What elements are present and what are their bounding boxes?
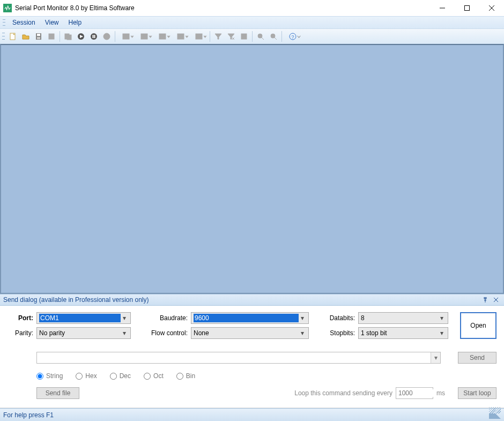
loop-label: Loop this command sending every xyxy=(294,389,392,397)
new-session-icon[interactable] xyxy=(6,30,19,43)
parity-combo[interactable]: No parity▾ xyxy=(36,327,131,339)
play-icon[interactable] xyxy=(75,30,87,43)
svg-rect-1 xyxy=(465,6,470,11)
loop-interval-spinner[interactable]: ▲▼ xyxy=(396,387,433,399)
flowcontrol-label: Flow control: xyxy=(134,329,188,337)
radio-dec[interactable]: Dec xyxy=(110,372,131,380)
status-text: For help press F1 xyxy=(3,411,54,419)
svg-rect-6 xyxy=(37,37,40,39)
export-icon[interactable] xyxy=(238,30,250,43)
menu-help[interactable]: Help xyxy=(64,17,87,28)
send-file-button[interactable]: Send file xyxy=(36,387,79,399)
svg-line-45 xyxy=(275,38,277,40)
radio-oct[interactable]: Oct xyxy=(144,372,164,380)
pin-icon[interactable] xyxy=(480,295,490,305)
baudrate-label: Baudrate: xyxy=(134,314,188,322)
close-button[interactable] xyxy=(479,0,504,16)
window-title: Serial Port Monitor 8.0 by Eltima Softwa… xyxy=(15,4,430,12)
baudrate-combo[interactable]: 9600▾ xyxy=(191,312,309,324)
svg-rect-23 xyxy=(141,34,147,39)
send-dialog: Port: COM1▾ Baudrate: 9600▾ Databits: 8▾… xyxy=(0,306,504,408)
svg-rect-17 xyxy=(105,35,108,38)
radio-hex[interactable]: Hex xyxy=(76,372,97,380)
radio-string[interactable]: String xyxy=(36,372,63,380)
svg-rect-14 xyxy=(93,35,94,38)
port-combo[interactable]: COM1▾ xyxy=(36,312,131,324)
databits-combo[interactable]: 8▾ xyxy=(358,312,448,324)
line-view-icon[interactable] xyxy=(135,30,153,43)
zoom-in-icon[interactable] xyxy=(254,30,267,43)
filter-clear-icon[interactable] xyxy=(225,30,238,43)
svg-point-13 xyxy=(91,33,97,40)
maximize-button[interactable] xyxy=(455,0,479,16)
stopbits-label: Stopbits: xyxy=(312,329,355,337)
menu-view[interactable]: View xyxy=(40,17,64,28)
svg-line-41 xyxy=(262,38,264,40)
open-button[interactable]: Open xyxy=(460,312,496,339)
modbus-view-icon[interactable] xyxy=(190,30,208,43)
start-loop-button[interactable]: Start loop xyxy=(458,387,496,399)
filter-icon[interactable] xyxy=(212,30,225,43)
statusbar: For help press F1 xyxy=(0,408,504,421)
parity-label: Parity: xyxy=(8,329,33,337)
menubar: Session View Help xyxy=(0,16,504,29)
panel-close-icon[interactable] xyxy=(491,295,501,305)
app-icon xyxy=(3,4,12,12)
port-label: Port: xyxy=(8,314,33,322)
table-view-icon[interactable] xyxy=(117,30,135,43)
menubar-grip[interactable] xyxy=(3,18,5,27)
monitor-area xyxy=(0,44,504,294)
chevron-down-icon[interactable]: ▾ xyxy=(431,352,440,363)
send-text-input[interactable]: ▾ xyxy=(36,352,441,364)
reproduce-icon[interactable] xyxy=(62,30,75,43)
flowcontrol-combo[interactable]: None▾ xyxy=(191,327,309,339)
databits-label: Databits: xyxy=(312,314,355,322)
send-dialog-title: Send dialog (available in Professional v… xyxy=(3,296,149,304)
svg-rect-5 xyxy=(37,34,40,36)
svg-rect-15 xyxy=(94,35,95,38)
save-icon[interactable] xyxy=(32,30,45,43)
help-icon[interactable]: ? xyxy=(284,30,302,43)
menu-session[interactable]: Session xyxy=(8,17,40,28)
open-session-icon[interactable] xyxy=(19,30,32,43)
ms-label: ms xyxy=(436,389,445,397)
svg-text:?: ? xyxy=(291,34,294,40)
minimize-button[interactable] xyxy=(430,0,455,16)
close-session-icon[interactable] xyxy=(45,30,58,43)
resize-grip-icon[interactable] xyxy=(493,411,501,419)
zoom-out-icon[interactable] xyxy=(267,30,280,43)
toolbar: ? xyxy=(0,29,504,44)
toolbar-grip[interactable] xyxy=(2,32,5,41)
send-button[interactable]: Send xyxy=(458,352,496,364)
stop-icon[interactable] xyxy=(100,30,113,43)
stopbits-combo[interactable]: 1 stop bit▾ xyxy=(358,327,448,339)
svg-rect-18 xyxy=(123,34,129,39)
svg-rect-26 xyxy=(159,34,166,39)
titlebar: Serial Port Monitor 8.0 by Eltima Softwa… xyxy=(0,0,504,16)
dump-view-icon[interactable] xyxy=(153,30,172,43)
pause-icon[interactable] xyxy=(87,30,100,43)
send-dialog-header: Send dialog (available in Professional v… xyxy=(0,294,504,306)
terminal-view-icon[interactable] xyxy=(172,30,190,43)
send-text-field[interactable] xyxy=(37,354,431,361)
radio-bin[interactable]: Bin xyxy=(176,372,195,380)
format-radios: String Hex Dec Oct Bin xyxy=(36,372,195,380)
svg-rect-11 xyxy=(67,35,71,40)
